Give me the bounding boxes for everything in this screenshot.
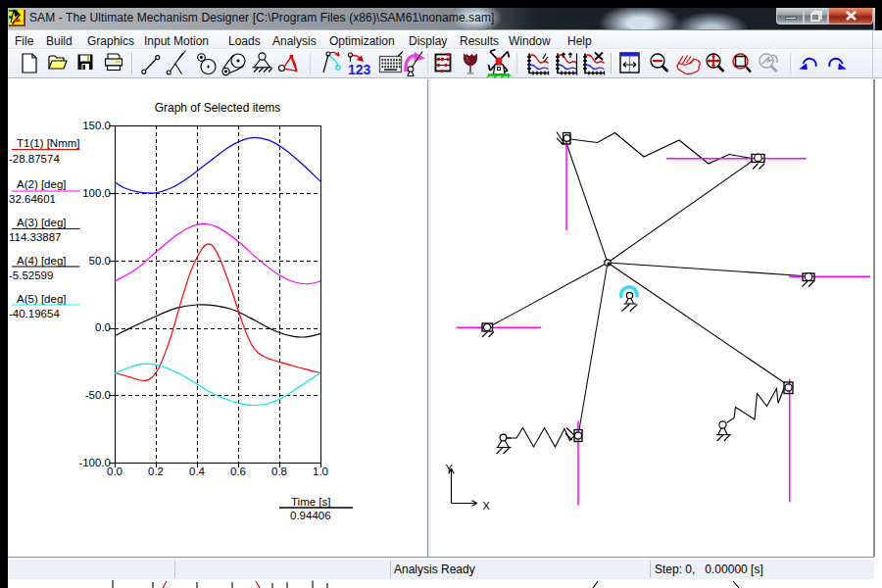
svg-text:100.0: 100.0 [82,187,111,199]
svg-text:50.0: 50.0 [89,255,111,267]
svg-text:Y: Y [446,463,454,474]
svg-text:0.0: 0.0 [95,321,111,333]
svg-text:-50.0: -50.0 [85,389,111,401]
svg-text:Time [s]: Time [s] [291,496,330,508]
svg-text:150.0: 150.0 [82,120,111,131]
svg-text:114.33887: 114.33887 [9,231,62,243]
svg-text:X: X [483,500,491,512]
svg-text:-5.52599: -5.52599 [9,270,53,281]
svg-text:A(3) [deg]: A(3) [deg] [17,217,67,228]
svg-text:A(5) [deg]: A(5) [deg] [17,293,67,305]
svg-text:-28.87574: -28.87574 [9,153,60,165]
svg-text:A(2) [deg]: A(2) [deg] [17,178,67,190]
svg-text:0.94406: 0.94406 [290,510,331,521]
svg-text:-40.19654: -40.19654 [9,308,60,319]
svg-text:T1(1) [Nmm]: T1(1) [Nmm] [17,137,80,149]
svg-text:32.64601: 32.64601 [9,193,56,205]
svg-text:Graph of Selected items: Graph of Selected items [155,101,281,115]
svg-text:A(4) [deg]: A(4) [deg] [17,255,67,267]
